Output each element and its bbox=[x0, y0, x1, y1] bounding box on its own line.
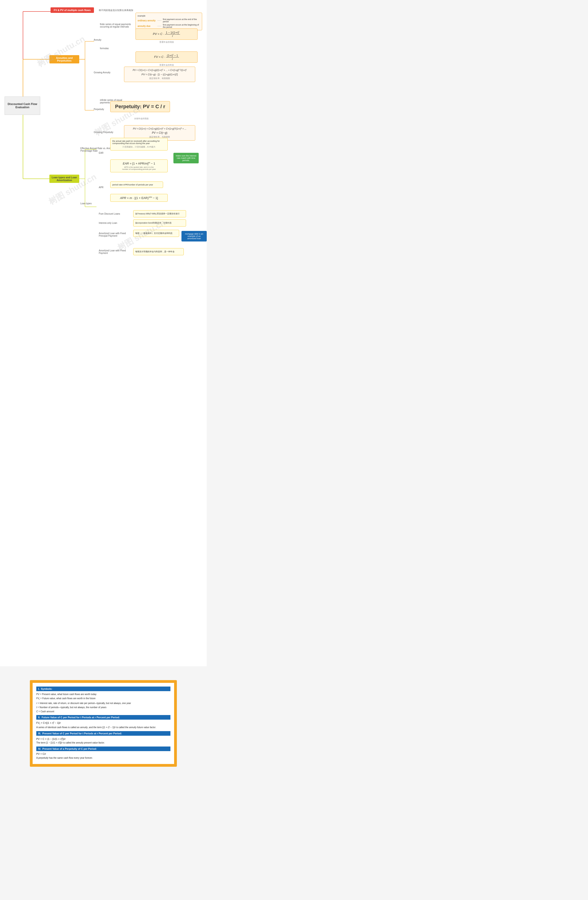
growing-perpetuity-label: Growing Perpetuity bbox=[94, 131, 113, 133]
fv-formula-container: FV = C · (1+r)t − 1 r 普通年金的终值 bbox=[135, 51, 197, 67]
summary-section: I. Symbols: PV = Present value, what fut… bbox=[30, 680, 177, 767]
fv-pv-desc-text: 将不同的现金流分别算出来再相加 bbox=[99, 9, 133, 11]
central-node-label: Discounted Cash Flow Evaluation bbox=[5, 102, 40, 109]
watermark1: 树图 shutu.cn bbox=[35, 33, 87, 70]
section-iii-num: III. bbox=[38, 732, 41, 735]
apr-formula-box: APR = m · [(1 + EAR)1/m − 1] bbox=[110, 194, 168, 202]
section-ii-title-text: Future Value of C per Period for t Perio… bbox=[42, 716, 119, 719]
section-i-item4: C = Cash amount bbox=[36, 710, 171, 713]
section-iv: IV. Present Value of a Perpetuity of C p… bbox=[36, 746, 171, 760]
section-iii: III. Present Value of C per Period for t… bbox=[36, 731, 171, 745]
ordinary-annuity-label: ordinary annuity bbox=[138, 19, 156, 22]
section-iii-title-text: Present Value of C per Period for t Peri… bbox=[42, 732, 122, 735]
ear-formula-box: EAR = [1 + APR/m]m − 1 APR is the quoted… bbox=[110, 160, 168, 172]
growing-annuity-zh: 固定增长率、有限期限 bbox=[126, 77, 193, 80]
perpetuity-formula-text: Perpetuity: PV = C / r bbox=[115, 104, 165, 109]
annuity-branch-label: Annuity bbox=[94, 39, 101, 41]
ordinary-annuity-row: ordinary annuity —— first payment occurs… bbox=[138, 18, 200, 23]
section-ii-desc: A series of identical cash flows is call… bbox=[36, 726, 171, 729]
loan-label: Loan types and Loan Amortization bbox=[52, 176, 77, 182]
example-label: example bbox=[138, 15, 200, 17]
section-iv-title: IV. Present Value of a Perpetuity of C p… bbox=[36, 746, 171, 751]
growing-perpetuity-formula2: PV = C/(r−g) bbox=[126, 131, 193, 134]
section-iv-desc: A perpetuity has the same cash flow ever… bbox=[36, 756, 171, 760]
section-i: I. Symbols: PV = Present value, what fut… bbox=[36, 687, 171, 713]
section-i-item1: FVt = Future value, what cash flows are … bbox=[36, 697, 171, 701]
ear-sub-label: 计息期越短，计息结越频，EAR越大 bbox=[112, 146, 166, 149]
perpetuity-big-formula: Perpetuity: PV = C / r bbox=[110, 101, 170, 112]
formulas-label: formulas bbox=[100, 47, 109, 50]
fv-zh-label: 普通年金的终值 bbox=[135, 64, 197, 67]
section-i-title-text: Symbols: bbox=[41, 687, 52, 690]
growing-perpetuity-formula1: PV = C/(1+r) + C×(1+g)/(1+r)2 + C×(1+g)2… bbox=[126, 127, 193, 130]
apr-desc-box: period rate=APR/number of periods per ye… bbox=[110, 182, 163, 188]
blue-note-text: mortgage debt is an example of an amorti… bbox=[185, 233, 203, 240]
growing-annuity-formula2: PV = C/(r−g) · [1 − ((1+g)/(1+r))t] bbox=[126, 73, 193, 76]
summary-wrapper: I. Symbols: PV = Present value, what fut… bbox=[0, 666, 207, 781]
perpetuity-zh-label: 永续年金的现值 bbox=[110, 117, 172, 120]
growing-annuity-formula1: PV = C/(1+r) + C×(1+g)/(1+r)2 + ... + C×… bbox=[126, 69, 193, 71]
interest-only-desc: 如corporation bond到期还本，分期付息 bbox=[133, 219, 186, 227]
amortized-principal-label-text: Amortized Loan with Fixed Principal Paym… bbox=[99, 232, 133, 237]
amortized-principal-desc: 每期（一般最每年）支付定额本金和利息 bbox=[133, 230, 179, 237]
pv-formula-container: PV = C · 1 − 1/(1+r)t r 普通年金的现值 bbox=[135, 28, 197, 43]
section-iv-formula: PV = C/r bbox=[36, 753, 171, 755]
section-i-item0: PV = Present value, what future cash flo… bbox=[36, 692, 171, 696]
green-note-text: Make sure the interest rate match with t… bbox=[176, 155, 196, 161]
section-iv-num: IV. bbox=[38, 748, 41, 750]
section-i-item3: t = Number of periods—typically, but not… bbox=[36, 706, 171, 709]
annuity-due-label: annuity due bbox=[138, 25, 156, 27]
pv-formula-box: PV = C · 1 − 1/(1+r)t r bbox=[135, 28, 197, 40]
section-ii: II. Future Value of C per Period for t P… bbox=[36, 715, 171, 729]
amortized-principal-desc-text: 每期（一般最每年）支付定额本金和利息 bbox=[135, 232, 172, 234]
section-iii-desc: The term [1 − [1/(1 + r)t]]/r is called … bbox=[36, 741, 171, 745]
apr-label: APR bbox=[99, 186, 104, 189]
pure-discount-desc-text: 如Treasury bills(T-bills),零息债券一定要折价发行 bbox=[135, 213, 180, 215]
main-container: 树图 shutu.cn 树图 shutu.cn 树图 shutu.cn 树图 s… bbox=[0, 0, 207, 781]
section-ii-formula: FVt = C×[(1 + r)t − 1]/r bbox=[36, 721, 171, 725]
amortized-payment-label-text: Amortized Loan with Fixed Payment bbox=[99, 249, 133, 254]
annuities-label: Annuities and Perpetuities bbox=[56, 56, 73, 62]
section-iii-formula: PV = C × (1 − [1/(1 + r)t])/r bbox=[36, 737, 171, 740]
fv-pv-node: FV & PV of multiple cash flows bbox=[51, 7, 94, 13]
ear-desc-box: the actual rate paid (or received) after… bbox=[110, 138, 168, 151]
section-ii-num: II. bbox=[38, 716, 40, 719]
growing-annuity-box: PV = C/(1+r) + C×(1+g)/(1+r)2 + ... + C×… bbox=[124, 67, 195, 82]
ear-formula-desc: APR is the quoted rate, and m is thenumb… bbox=[113, 166, 165, 170]
ear-label: EAR bbox=[99, 152, 104, 154]
section-iv-title-text: Present Value of a Perpetuity of C per P… bbox=[42, 748, 97, 750]
interest-only-label: Interest-only Loan bbox=[99, 220, 117, 225]
section-i-title: I. Symbols: bbox=[36, 687, 171, 691]
loan-node: Loan types and Loan Amortization bbox=[50, 175, 79, 183]
section-i-item2: r = Interest rate, rate of return, or di… bbox=[36, 701, 171, 705]
amortized-payment-label-container: Amortized Loan with Fixed Payment bbox=[99, 249, 133, 254]
fv-pv-desc: 将不同的现金流分别算出来再相加 bbox=[99, 9, 133, 12]
interest-only-label-text: Interest-only Loan bbox=[99, 222, 117, 224]
section-i-num: I. bbox=[38, 687, 39, 690]
amortized-principal-label-container: Amortized Loan with Fixed Principal Paym… bbox=[99, 232, 133, 237]
section-iii-title: III. Present Value of C per Period for t… bbox=[36, 731, 171, 736]
pure-discount-label: Pure Discount Loans bbox=[99, 211, 120, 216]
annuities-node: Annuities and Perpetuities bbox=[50, 55, 79, 64]
pure-discount-label-text: Pure Discount Loans bbox=[99, 213, 120, 215]
interest-only-desc-text: 如corporation bond到期还本，分期付息 bbox=[135, 222, 172, 224]
growing-annuity-label: Growing Annuity bbox=[94, 71, 110, 74]
apr-desc-text: period rate=APR/number of periods per ye… bbox=[112, 183, 161, 186]
loan-types-label: Loan types bbox=[81, 202, 92, 205]
ear-desc-text: the actual rate paid (or received) after… bbox=[112, 140, 166, 144]
amortized-payment-desc: 每期支付等额的本金与利息和，是一种年金 bbox=[133, 248, 184, 255]
mindmap-section: 树图 shutu.cn 树图 shutu.cn 树图 shutu.cn 树图 s… bbox=[0, 0, 207, 666]
amortized-payment-desc-text: 每期支付等额的本金与利息和，是一种年金 bbox=[135, 250, 175, 253]
section-ii-title: II. Future Value of C per Period for t P… bbox=[36, 715, 171, 720]
pure-discount-desc: 如Treasury bills(T-bills),零息债券一定要折价发行 bbox=[133, 210, 186, 217]
finite-series-label: finite series of equal paymentsoccurring… bbox=[100, 23, 137, 28]
ordinary-annuity-desc: first payment occurs at the end of the p… bbox=[163, 18, 200, 23]
blue-note: mortgage debt is an example of an amorti… bbox=[182, 231, 207, 242]
fv-formula-box: FV = C · (1+r)t − 1 r bbox=[135, 51, 197, 63]
perpetuity-branch-label: Perpetuity bbox=[94, 108, 104, 110]
central-node: Discounted Cash Flow Evaluation bbox=[5, 96, 40, 115]
fv-pv-label: FV & PV of multiple cash flows bbox=[54, 9, 91, 11]
pv-zh-label: 普通年金的现值 bbox=[135, 41, 197, 43]
green-note: Make sure the interest rate match with t… bbox=[174, 153, 199, 163]
summary-inner: I. Symbols: PV = Present value, what fut… bbox=[33, 683, 174, 764]
